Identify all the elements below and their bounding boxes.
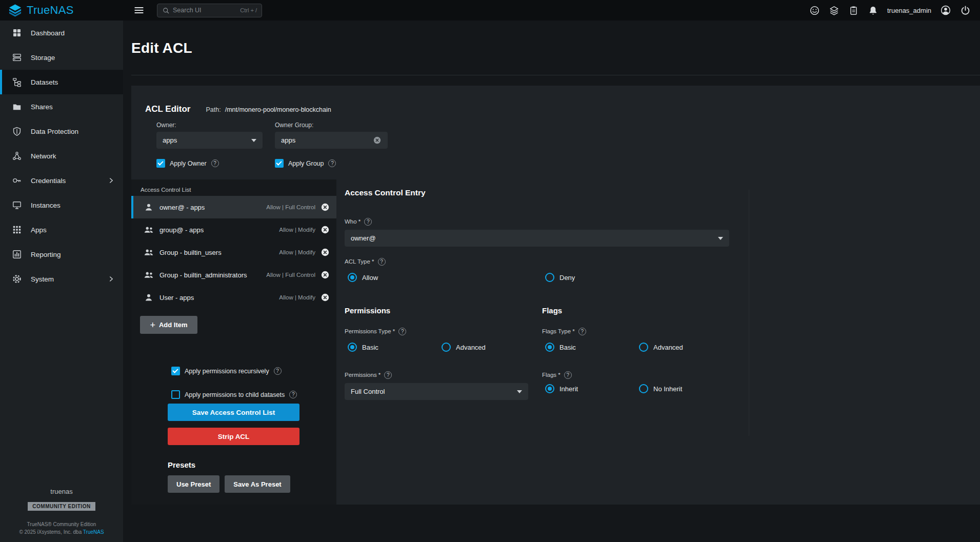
alerts-icon[interactable] — [868, 5, 878, 16]
sidebar-item-instances[interactable]: Instances — [0, 193, 123, 217]
dataset-path: Path: /mnt/monero-pool/monero-blockchain — [206, 106, 331, 113]
acl-entry-row[interactable]: Group - builtin_administrators Allow | F… — [131, 264, 336, 286]
help-icon[interactable] — [289, 391, 297, 398]
apply-child-datasets-checkbox[interactable] — [171, 390, 180, 399]
acl-entry-row[interactable]: Group - builtin_users Allow | Modify — [131, 241, 336, 264]
brand-name: TrueNAS — [27, 4, 74, 17]
acl-entry-name: User - apps — [159, 294, 194, 302]
apply-recursive-checkbox[interactable] — [171, 367, 180, 375]
remove-entry-icon[interactable] — [321, 248, 330, 257]
sidebar-item-storage[interactable]: Storage — [0, 45, 123, 70]
edition-badge: COMMUNITY EDITION — [28, 502, 95, 511]
copyright-line: © 2025 iXsystems, Inc. dba TrueNAS — [19, 529, 104, 535]
reporting-icon — [12, 249, 22, 259]
sidebar-item-label: Credentials — [31, 177, 66, 185]
flags-heading: Flags — [542, 306, 683, 315]
add-item-button[interactable]: Add Item — [140, 316, 197, 334]
acl-type-radio-group: Allow Deny — [345, 273, 980, 282]
add-icon — [150, 322, 155, 329]
help-icon[interactable] — [378, 258, 386, 266]
sidebar-item-label: Shares — [31, 103, 53, 111]
sidebar-item-label: Dashboard — [31, 29, 65, 37]
radio-deny — [545, 273, 554, 282]
clear-icon[interactable] — [373, 136, 382, 145]
remove-entry-icon[interactable] — [321, 225, 330, 234]
acl-entry-permission: Allow | Full Control — [266, 272, 315, 278]
flags-type-radio-group: Basic Advanced — [542, 343, 683, 352]
apply-owner-checkbox[interactable] — [156, 159, 165, 168]
chevron-right-icon — [107, 274, 116, 284]
help-icon[interactable] — [578, 328, 586, 335]
sidebar-item-datasets[interactable]: Datasets — [0, 70, 123, 94]
strip-acl-button[interactable]: Strip ACL — [168, 428, 299, 445]
owner-select[interactable]: apps — [156, 132, 263, 149]
sidebar-item-label: System — [31, 275, 54, 283]
menu-icon[interactable] — [133, 5, 145, 16]
username[interactable]: truenas_admin — [887, 7, 931, 14]
help-icon[interactable] — [398, 328, 406, 335]
permissions-section: Permissions Permissions Type * Basic — [345, 306, 542, 400]
acl-entry-name: owner@ - apps — [159, 204, 205, 211]
chevron-right-icon — [107, 176, 116, 185]
hostname: truenas — [50, 488, 72, 495]
radio-inherit — [545, 384, 554, 393]
remove-entry-icon[interactable] — [321, 293, 330, 302]
instances-icon — [12, 200, 22, 210]
tasks-icon[interactable] — [848, 5, 859, 16]
sidebar-item-shares[interactable]: Shares — [0, 94, 123, 119]
sidebar-item-label: Network — [31, 152, 56, 160]
help-icon[interactable] — [364, 218, 372, 226]
use-preset-button[interactable]: Use Preset — [168, 475, 219, 493]
edition-line: TrueNAS® Community Edition — [27, 521, 96, 527]
flags-no-inherit-option[interactable]: No Inherit — [636, 384, 682, 393]
acl-entry-permission: Allow | Modify — [279, 294, 315, 300]
help-icon[interactable] — [564, 371, 572, 379]
sidebar-item-network[interactable]: Network — [0, 144, 123, 168]
truenas-logo[interactable]: TrueNAS — [0, 4, 123, 17]
people-icon — [144, 270, 154, 280]
sidebar-item-label: Apps — [31, 226, 47, 234]
permissions-type-basic-option[interactable]: Basic — [345, 343, 438, 352]
acl-type-deny-option[interactable]: Deny — [542, 273, 575, 282]
remove-entry-icon[interactable] — [321, 203, 330, 212]
who-select[interactable]: owner@ — [345, 230, 729, 247]
jobs-icon[interactable] — [829, 5, 839, 16]
dashboard-icon — [12, 28, 22, 38]
help-icon[interactable] — [211, 159, 219, 167]
power-icon[interactable] — [960, 5, 971, 16]
acl-entry-row[interactable]: User - apps Allow | Modify — [131, 286, 336, 309]
help-icon[interactable] — [274, 367, 282, 375]
search-box[interactable]: Ctrl + / — [157, 4, 262, 17]
sidebar: Dashboard Storage Datasets Shares Data P… — [0, 21, 123, 542]
sidebar-item-reporting[interactable]: Reporting — [0, 242, 123, 267]
gear-icon — [12, 274, 22, 284]
help-icon[interactable] — [384, 371, 392, 379]
remove-entry-icon[interactable] — [321, 270, 330, 279]
topbar: TrueNAS Ctrl + / truenas_admin — [0, 0, 980, 21]
owner-group-input[interactable] — [281, 136, 369, 144]
permissions-type-advanced-option[interactable]: Advanced — [438, 343, 486, 352]
save-acl-button[interactable]: Save Access Control List — [168, 404, 299, 421]
search-input[interactable] — [173, 7, 237, 14]
flags-inherit-option[interactable]: Inherit — [542, 384, 636, 393]
save-as-preset-button[interactable]: Save As Preset — [225, 475, 290, 493]
sidebar-item-credentials[interactable]: Credentials — [0, 168, 123, 193]
user-icon[interactable] — [940, 5, 951, 16]
acl-entry-row[interactable]: owner@ - apps Allow | Full Control — [131, 196, 336, 218]
main-content: Edit ACL ACL Editor Path: /mnt/monero-po… — [123, 21, 980, 542]
feedback-icon[interactable] — [809, 5, 820, 16]
acl-entry-row[interactable]: group@ - apps Allow | Modify — [131, 218, 336, 241]
copyright-brand-link[interactable]: TrueNAS — [83, 529, 104, 535]
sidebar-item-apps[interactable]: Apps — [0, 217, 123, 242]
permissions-select[interactable]: Full Control — [345, 383, 528, 400]
apply-group-checkbox[interactable] — [275, 159, 284, 168]
acl-list-heading: Access Control List — [141, 186, 336, 193]
acl-type-allow-option[interactable]: Allow — [345, 273, 542, 282]
flags-type-advanced-option[interactable]: Advanced — [636, 343, 683, 352]
sidebar-item-system[interactable]: System — [0, 267, 123, 291]
sidebar-item-dashboard[interactable]: Dashboard — [0, 21, 123, 45]
presets-heading: Presets — [168, 460, 336, 469]
sidebar-item-data-protection[interactable]: Data Protection — [0, 119, 123, 144]
help-icon[interactable] — [328, 159, 336, 167]
flags-type-basic-option[interactable]: Basic — [542, 343, 636, 352]
